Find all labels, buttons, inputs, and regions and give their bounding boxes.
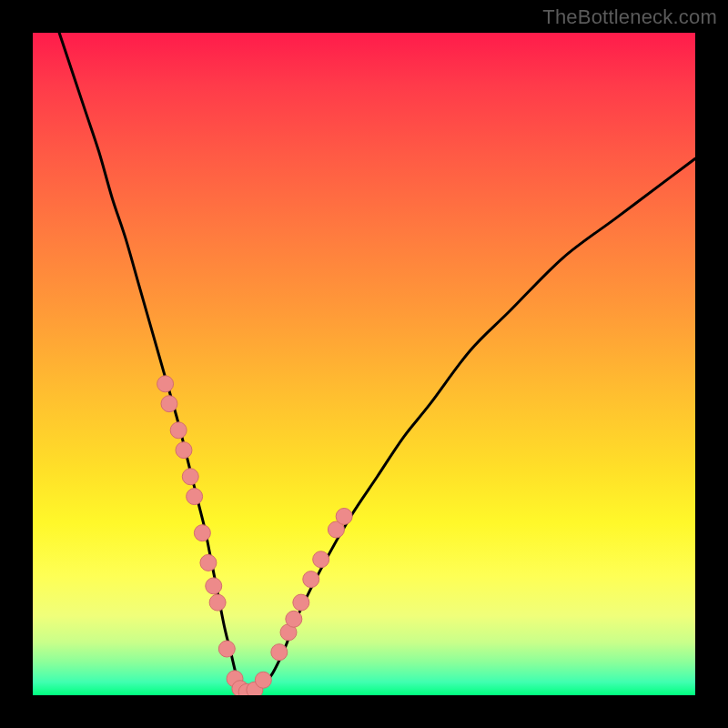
plot-area <box>33 33 695 695</box>
data-marker <box>209 594 226 611</box>
data-marker <box>303 571 319 588</box>
data-marker <box>157 376 174 392</box>
data-marker <box>200 554 217 571</box>
data-marker <box>255 672 271 688</box>
curve-layer <box>33 33 695 695</box>
data-marker <box>313 551 329 568</box>
data-marker <box>271 644 288 661</box>
bottleneck-curve <box>59 33 695 695</box>
chart-frame: TheBottleneck.com <box>0 0 728 728</box>
data-marker <box>176 442 192 459</box>
data-marker <box>218 641 235 657</box>
data-marker <box>161 396 177 412</box>
data-marker <box>187 489 203 505</box>
data-marker <box>206 578 222 594</box>
data-marker <box>170 422 187 439</box>
data-markers <box>157 376 353 695</box>
data-marker <box>293 594 309 611</box>
data-marker <box>194 525 210 541</box>
data-marker <box>286 611 302 627</box>
watermark-text: TheBottleneck.com <box>542 5 717 29</box>
data-marker <box>336 508 352 524</box>
data-marker <box>182 469 198 485</box>
